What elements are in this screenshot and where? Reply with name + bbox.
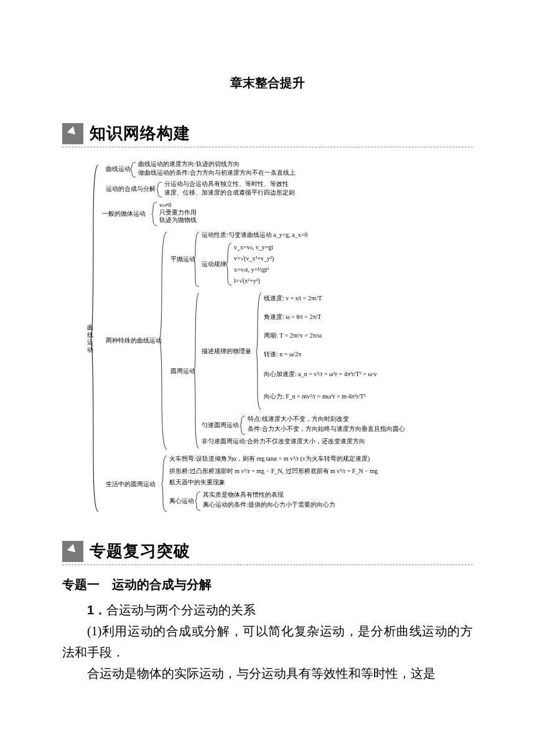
- paragraph-text: 合运动与两个分运动的关系: [106, 603, 256, 617]
- leaf: 其实质是物体具有惯性的表现: [203, 491, 284, 498]
- root-label: 曲线运动: [87, 324, 93, 353]
- leaf: 离心运动的条件:提供的向心力小于需要的向心力: [203, 501, 335, 508]
- leaf: 轨迹为抛物线: [159, 216, 197, 223]
- leaf: x=v₀t, y=½gt²: [234, 266, 269, 273]
- leaf: 做曲线运动的条件:合力方向与初速度方向不在一条直线上: [138, 169, 295, 176]
- leaf: 线速度: v = s/t = 2πr/T: [264, 295, 322, 302]
- arrow-down-right-icon: [62, 123, 83, 144]
- branch-two-special: 两种特殊的曲线运动: [106, 337, 162, 344]
- section-review-title: 专题复习突破: [90, 540, 190, 562]
- arrow-down-right-icon: [62, 541, 83, 562]
- section-review-header: 专题复习突破: [62, 540, 473, 562]
- leaf: 角速度: ω = θ/t = 2π/T: [264, 313, 321, 320]
- leaf: 向心加速度: a_n = v²/r = ω²r = 4π²r/T² = ω·v: [264, 371, 377, 377]
- leaf: 航天器中的失重现象: [169, 479, 225, 486]
- paragraph: 1．合运动与两个分运动的关系: [62, 599, 473, 620]
- concept-map-svg: .t { font-size: 10px; font-family: SimSu…: [87, 159, 454, 513]
- paragraph: (1)利用运动的合成或分解，可以简化复杂运动，是分析曲线运动的方法和手段．: [62, 620, 473, 663]
- section-knowledge-header: 知识网络构建: [62, 122, 473, 144]
- leaf: v_x=v₀, v_y=gt: [234, 244, 273, 251]
- section-divider: [62, 147, 473, 147]
- branch-projectile: 一般的抛体运动: [102, 210, 146, 217]
- section-divider: [62, 565, 473, 565]
- concept-map-diagram: .t { font-size: 10px; font-family: SimSu…: [87, 159, 473, 515]
- leaf: 特点:线速度大小不变，方向时刻改变: [248, 415, 349, 422]
- topic-one-heading: 专题一 运动的合成与分解: [62, 576, 473, 593]
- leaf: v₀≠0: [159, 201, 172, 208]
- leaf: 向心力: F_n = mv²/r = mω²r = m·4π²r/T²: [264, 393, 366, 400]
- leaf: 运动规律: [202, 260, 226, 267]
- paragraph: 合运动是物体的实际运动，与分运动具有等效性和等时性，这是: [62, 663, 473, 684]
- page-title: 章末整合提升: [62, 75, 473, 91]
- leaf: 转速: n = ω/2π: [264, 351, 301, 357]
- leaf: 离心运动: [169, 497, 194, 504]
- leaf: 周期: T = 2πr/v = 2π/ω: [264, 332, 322, 339]
- leaf: 拱形桥:过凸形桥顶部时 m v²/r = mg − F_N, 过凹形桥底部有 m…: [169, 468, 378, 474]
- section-knowledge-title: 知识网络构建: [90, 122, 190, 144]
- leaf: 运动性质:匀变速曲线运动 a_y=g, a_x=0: [202, 231, 307, 238]
- leaf: 火车拐弯:设轨道倾角为α，则有 mg tanα = m v²/r (v为火车转弯…: [169, 455, 370, 463]
- list-number: 1．: [87, 603, 106, 617]
- branch-horiz-projectile: 平抛运动: [170, 256, 195, 262]
- branch-curvilinear: 曲线运动: [106, 165, 131, 172]
- leaf: 分运动与合运动具有独立性、等时性、等效性: [164, 180, 289, 187]
- leaf: 匀速圆周运动: [202, 422, 239, 428]
- leaf: 只受重力作用: [159, 209, 197, 216]
- leaf: 速度、位移、加速度的合成遵循平行四边形定则: [164, 189, 295, 196]
- branch-life-circular: 生活中的圆周运动: [106, 481, 156, 487]
- leaf: 非匀速圆周运动:合外力不仅改变速度大小，还改变速度方向: [202, 438, 365, 445]
- body-text: 1．合运动与两个分运动的关系 (1)利用运动的合成或分解，可以简化复杂运动，是分…: [62, 599, 473, 684]
- leaf: v=√(v_x²+v_y²): [234, 255, 274, 262]
- branch-composition: 运动的合成与分解: [106, 185, 156, 192]
- branch-circular: 圆周运动: [170, 367, 195, 374]
- leaf: l=√(x²+y²): [234, 277, 260, 285]
- leaf: 曲线运动的速度方向:轨迹的切线方向: [138, 160, 240, 167]
- leaf: 描述规律的物理量: [202, 348, 251, 354]
- leaf: 条件:合力大小不变，方向始终与速度方向垂直且指向圆心: [248, 425, 405, 432]
